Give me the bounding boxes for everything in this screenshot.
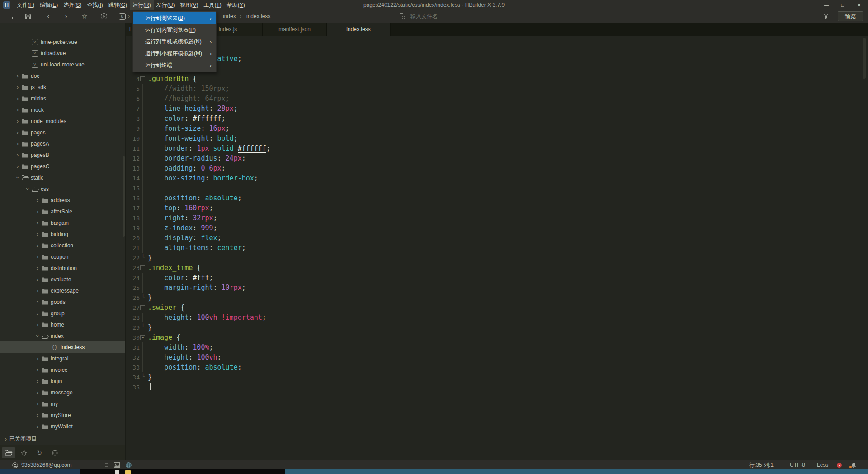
tree-item-mixins[interactable]: ›mixins <box>0 93 125 104</box>
web-globe-icon[interactable] <box>48 447 61 458</box>
debug-bug-icon[interactable] <box>17 447 31 458</box>
chevron-right-icon[interactable]: › <box>33 240 42 251</box>
tree-item-myWallet[interactable]: ›myWallet <box>0 421 125 432</box>
menu-item-run-builtin-browser[interactable]: 运行到内置浏览器(P) <box>133 24 216 36</box>
menubar-item-tools[interactable]: 工具(T) <box>201 0 224 10</box>
chevron-right-icon[interactable]: › <box>14 70 22 81</box>
navigate-forward-icon[interactable]: › <box>61 10 71 23</box>
fold-open-icon[interactable] <box>140 263 146 273</box>
sidebar-scrollbar[interactable] <box>123 156 125 237</box>
os-taskbar[interactable] <box>0 469 868 474</box>
tree-item-invoice[interactable]: ›invoice <box>0 364 125 375</box>
preview-image-icon[interactable] <box>114 462 120 468</box>
chevron-right-icon[interactable]: › <box>33 364 42 375</box>
taskbar-app-icon[interactable] <box>115 470 119 474</box>
maximize-button[interactable]: □ <box>835 0 851 10</box>
chevron-right-icon[interactable]: › <box>33 194 42 206</box>
tree-item-css[interactable]: ›css <box>0 183 125 194</box>
menu-item-run-phone-emulator[interactable]: 运行到手机或模拟器(N)› <box>133 36 216 47</box>
close-button[interactable]: ✕ <box>851 0 867 10</box>
tree-item-static[interactable]: ›static <box>0 172 125 183</box>
account-email[interactable]: 935385266@qq.com <box>21 460 72 469</box>
message-badge-icon[interactable] <box>837 463 842 468</box>
tree-item-js_sdk[interactable]: ›js_sdk <box>0 81 125 93</box>
outline-list-icon[interactable] <box>103 462 109 468</box>
menu-item-run-terminal[interactable]: 运行到终端› <box>133 59 216 71</box>
tree-item-pagesB[interactable]: ›pagesB <box>0 149 125 161</box>
taskbar-folder-icon[interactable] <box>125 470 131 474</box>
chevron-right-icon[interactable]: › <box>33 319 42 330</box>
closed-projects-row[interactable]: › 已关闭项目 <box>0 432 125 445</box>
code-editor[interactable]: 12 position: relative;34.guiderBtn {5 //… <box>126 36 868 460</box>
chevron-right-icon[interactable]: › <box>33 398 42 409</box>
chevron-right-icon[interactable]: › <box>33 387 42 398</box>
explorer-folder-tab[interactable] <box>2 447 15 458</box>
chevron-right-icon[interactable]: › <box>33 409 42 421</box>
breadcrumb-crumb-index[interactable]: index <box>223 10 236 23</box>
tree-item-time-picker.vue[interactable]: Vtime-picker.vue <box>0 36 125 47</box>
tree-item-bidding[interactable]: ›bidding <box>0 228 125 240</box>
menubar-item-goto[interactable]: 跳转(G) <box>106 0 130 10</box>
browser-globe-icon[interactable] <box>126 462 132 468</box>
save-icon[interactable] <box>23 10 33 23</box>
tab-manifest.json[interactable]: manifest.json <box>263 23 327 36</box>
chevron-right-icon[interactable]: › <box>33 353 42 364</box>
file-search-input[interactable]: 输入文件名 <box>399 10 438 23</box>
tree-item-pagesC[interactable]: ›pagesC <box>0 161 125 172</box>
chevron-right-icon[interactable]: › <box>14 81 22 93</box>
chevron-right-icon[interactable]: › <box>14 104 22 115</box>
chevron-right-icon[interactable]: › <box>33 285 42 296</box>
tree-item-evaluate[interactable]: ›evaluate <box>0 274 125 285</box>
chevron-right-icon[interactable]: › <box>33 206 42 217</box>
chevron-right-icon[interactable]: › <box>14 127 22 138</box>
tree-item-mock[interactable]: ›mock <box>0 104 125 115</box>
chevron-right-icon[interactable]: › <box>14 115 22 127</box>
breadcrumb-crumb-file[interactable]: index.less <box>246 10 270 23</box>
tree-item-collection[interactable]: ›collection <box>0 240 125 251</box>
chevron-right-icon[interactable]: › <box>14 138 22 149</box>
chevron-right-icon[interactable]: › <box>33 217 42 228</box>
uniapp-icon[interactable]: u <box>117 10 127 23</box>
menubar-item-help[interactable]: 帮助(Y) <box>224 0 248 10</box>
filter-funnel-icon[interactable] <box>823 10 829 23</box>
chevron-right-icon[interactable]: › <box>33 296 42 308</box>
menu-item-run-mp-simulator[interactable]: 运行到小程序模拟器(M)› <box>133 47 216 59</box>
chevron-right-icon[interactable]: › <box>33 421 42 432</box>
menu-item-run-browser[interactable]: 运行到浏览器(B)› <box>133 12 216 24</box>
run-icon[interactable] <box>99 10 109 23</box>
menubar-item-run[interactable]: 运行(R) <box>130 0 154 10</box>
tree-item-index.less[interactable]: {}index.less <box>0 341 125 353</box>
tree-item-afterSale[interactable]: ›afterSale <box>0 206 125 217</box>
tree-item-node_modules[interactable]: ›node_modules <box>0 115 125 127</box>
tree-item-myStore[interactable]: ›myStore <box>0 409 125 421</box>
chevron-right-icon[interactable]: › <box>33 375 42 387</box>
tree-item-home[interactable]: ›home <box>0 319 125 330</box>
tree-item-address[interactable]: ›address <box>0 194 125 206</box>
tree-item-index[interactable]: ›index <box>0 330 125 341</box>
new-project-icon[interactable] <box>5 10 15 23</box>
tree-item-group[interactable]: ›group <box>0 308 125 319</box>
minimize-button[interactable]: — <box>818 0 835 10</box>
tab-index.less[interactable]: index.less <box>327 23 391 36</box>
editor-scrollbar[interactable] <box>863 38 866 79</box>
menubar-item-select[interactable]: 选择(S) <box>61 0 84 10</box>
tree-item-uni-load-more.vue[interactable]: Vuni-load-more.vue <box>0 59 125 70</box>
chevron-right-icon[interactable]: › <box>33 228 42 240</box>
chevron-right-icon[interactable]: › <box>14 93 22 104</box>
cursor-position[interactable]: 行:35 列:1 <box>749 460 774 469</box>
chevron-right-icon[interactable]: › <box>14 161 22 172</box>
menubar-item-publish[interactable]: 发行(U) <box>154 0 178 10</box>
chevron-down-icon[interactable]: › <box>32 332 43 340</box>
encoding-indicator[interactable]: UTF-8 <box>790 460 805 469</box>
syntax-mode-indicator[interactable]: Less <box>817 460 828 469</box>
fold-open-icon[interactable] <box>140 74 146 84</box>
tree-item-doc[interactable]: ›doc <box>0 70 125 81</box>
sync-refresh-icon[interactable]: ↻ <box>33 447 46 458</box>
chevron-right-icon[interactable]: › <box>33 308 42 319</box>
tree-item-login[interactable]: ›login <box>0 375 125 387</box>
fold-open-icon[interactable] <box>140 332 146 342</box>
preview-button[interactable]: 预览 <box>838 11 863 21</box>
chevron-right-icon[interactable]: › <box>14 149 22 161</box>
tree-item-pagesA[interactable]: ›pagesA <box>0 138 125 149</box>
tree-item-expressage[interactable]: ›expressage <box>0 285 125 296</box>
